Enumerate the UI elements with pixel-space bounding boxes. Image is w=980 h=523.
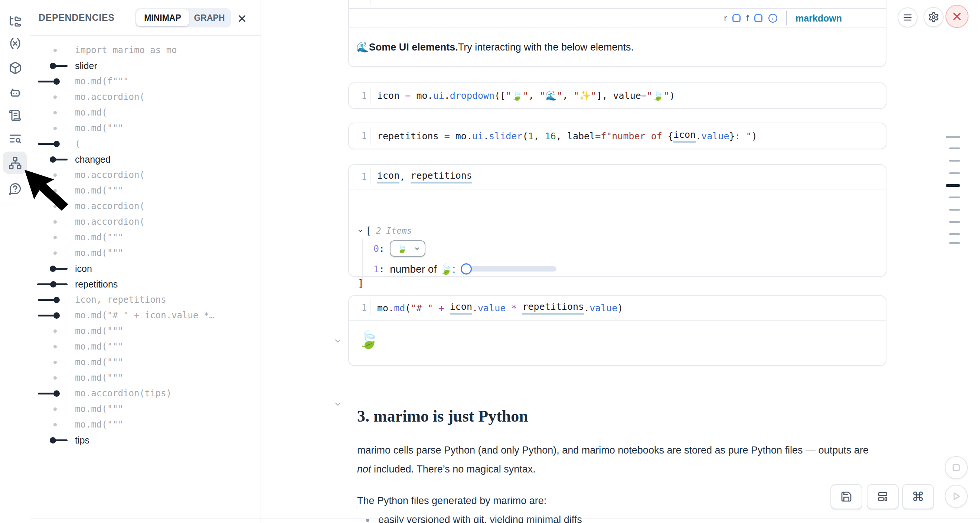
- marimo-notebook-app: DEPENDENCIES MINIMAP GRAPH import marimo…: [0, 0, 980, 523]
- mouse-cursor: [0, 0, 980, 523]
